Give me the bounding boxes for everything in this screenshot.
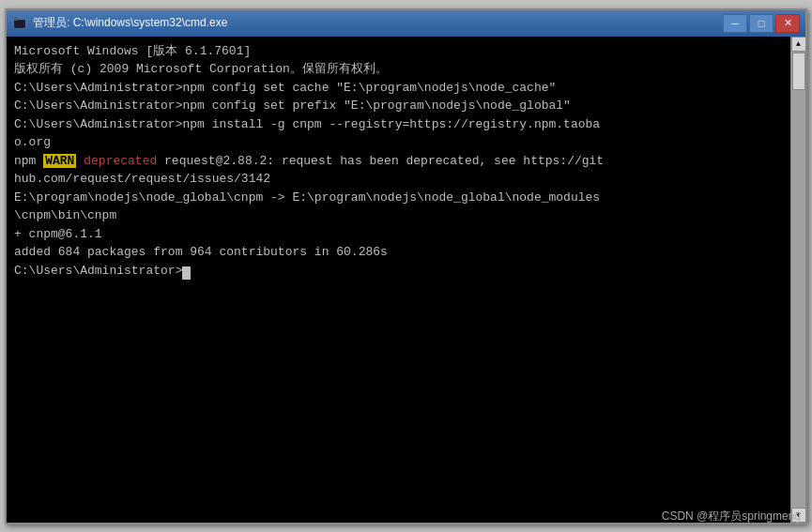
scroll-track[interactable] <box>791 52 805 508</box>
terminal-line: Microsoft Windows [版本 6.1.7601] <box>14 42 783 61</box>
terminal-line: added 684 packages from 964 contributors… <box>14 243 783 262</box>
content-area: Microsoft Windows [版本 6.1.7601]版权所有 (c) … <box>7 37 805 523</box>
terminal-line: npm WARN deprecated request@2.88.2: requ… <box>14 152 783 171</box>
titlebar: 管理员: C:\windows\system32\cmd.exe ─ □ ✕ <box>7 10 805 37</box>
cmd-window: 管理员: C:\windows\system32\cmd.exe ─ □ ✕ M… <box>5 8 807 524</box>
close-button[interactable]: ✕ <box>775 14 800 33</box>
terminal-line: C:\Users\Administrator>npm config set ca… <box>14 79 783 98</box>
svg-rect-2 <box>14 18 18 21</box>
terminal-line: o.org <box>14 133 783 152</box>
terminal-line: hub.com/request/request/issues/3142 <box>14 170 783 189</box>
deprecated-text: deprecated <box>84 154 157 168</box>
scrollbar[interactable]: ▲ ▼ <box>790 37 805 523</box>
maximize-button[interactable]: □ <box>749 14 774 33</box>
cursor <box>182 266 191 280</box>
warn-badge: WARN <box>43 154 76 168</box>
watermark: CSDN @程序员springmeng <box>662 509 801 524</box>
terminal-line: 版权所有 (c) 2009 Microsoft Corporation。保留所有… <box>14 60 783 79</box>
minimize-button[interactable]: ─ <box>723 14 747 33</box>
terminal-line: E:\program\nodejs\node_global\cnpm -> E:… <box>14 189 783 207</box>
terminal-line: \cnpm\bin\cnpm <box>14 206 783 225</box>
titlebar-buttons: ─ □ ✕ <box>723 14 800 33</box>
terminal-line: C:\Users\Administrator> <box>14 262 783 281</box>
titlebar-title: 管理员: C:\windows\system32\cmd.exe <box>33 15 723 31</box>
terminal-line: + cnpm@6.1.1 <box>14 225 783 244</box>
scroll-up-button[interactable]: ▲ <box>791 37 806 52</box>
terminal-line: C:\Users\Administrator>npm config set pr… <box>14 97 783 115</box>
terminal[interactable]: Microsoft Windows [版本 6.1.7601]版权所有 (c) … <box>7 37 790 523</box>
titlebar-icon <box>12 16 27 31</box>
svg-rect-1 <box>15 21 24 27</box>
scroll-thumb[interactable] <box>792 53 805 90</box>
terminal-line: C:\Users\Administrator>npm install -g cn… <box>14 115 783 134</box>
